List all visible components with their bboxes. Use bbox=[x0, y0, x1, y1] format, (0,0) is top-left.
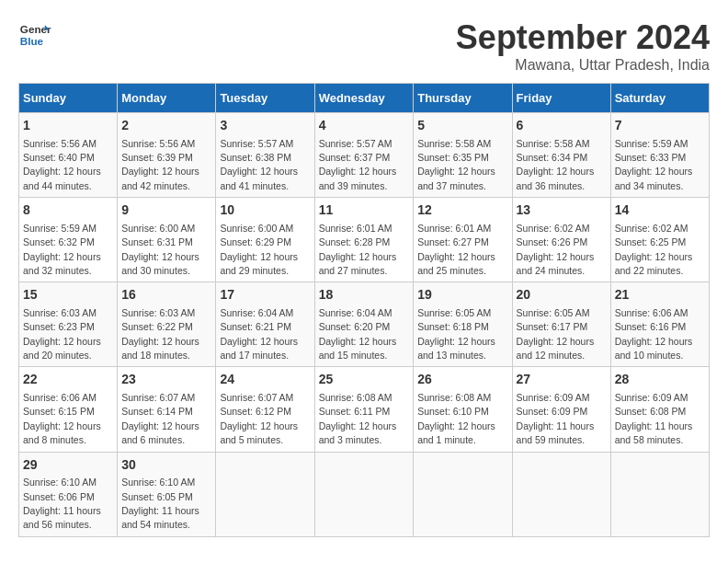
table-row: 4Sunrise: 5:57 AM Sunset: 6:37 PM Daylig… bbox=[314, 113, 414, 198]
header-friday: Friday bbox=[512, 84, 610, 113]
table-row bbox=[216, 452, 314, 536]
table-row: 12Sunrise: 6:01 AM Sunset: 6:27 PM Dayli… bbox=[414, 198, 512, 282]
table-row: 16Sunrise: 6:03 AM Sunset: 6:22 PM Dayli… bbox=[118, 282, 216, 367]
table-row: 22Sunrise: 6:06 AM Sunset: 6:15 PM Dayli… bbox=[19, 367, 118, 452]
header-saturday: Saturday bbox=[610, 84, 709, 113]
table-row: 10Sunrise: 6:00 AM Sunset: 6:29 PM Dayli… bbox=[216, 198, 314, 282]
page-header: General Blue September 2024 Mawana, Utta… bbox=[18, 18, 710, 74]
logo: General Blue bbox=[18, 18, 51, 52]
table-row: 8Sunrise: 5:59 AM Sunset: 6:32 PM Daylig… bbox=[19, 198, 118, 282]
header-thursday: Thursday bbox=[414, 84, 512, 113]
table-row: 24Sunrise: 6:07 AM Sunset: 6:12 PM Dayli… bbox=[216, 367, 314, 452]
table-row: 17Sunrise: 6:04 AM Sunset: 6:21 PM Dayli… bbox=[216, 282, 314, 367]
table-row: 3Sunrise: 5:57 AM Sunset: 6:38 PM Daylig… bbox=[216, 113, 314, 198]
table-row: 29Sunrise: 6:10 AM Sunset: 6:06 PM Dayli… bbox=[19, 452, 118, 536]
header-wednesday: Wednesday bbox=[314, 84, 414, 113]
table-row bbox=[512, 452, 610, 536]
table-row: 15Sunrise: 6:03 AM Sunset: 6:23 PM Dayli… bbox=[19, 282, 118, 367]
table-row: 18Sunrise: 6:04 AM Sunset: 6:20 PM Dayli… bbox=[314, 282, 414, 367]
table-row: 11Sunrise: 6:01 AM Sunset: 6:28 PM Dayli… bbox=[314, 198, 414, 282]
table-row: 7Sunrise: 5:59 AM Sunset: 6:33 PM Daylig… bbox=[610, 113, 709, 198]
table-row: 5Sunrise: 5:58 AM Sunset: 6:35 PM Daylig… bbox=[414, 113, 512, 198]
table-row: 19Sunrise: 6:05 AM Sunset: 6:18 PM Dayli… bbox=[414, 282, 512, 367]
calendar-header-row: Sunday Monday Tuesday Wednesday Thursday… bbox=[19, 84, 710, 113]
table-row: 6Sunrise: 5:58 AM Sunset: 6:34 PM Daylig… bbox=[512, 113, 610, 198]
table-row: 13Sunrise: 6:02 AM Sunset: 6:26 PM Dayli… bbox=[512, 198, 610, 282]
table-row: 20Sunrise: 6:05 AM Sunset: 6:17 PM Dayli… bbox=[512, 282, 610, 367]
table-row: 28Sunrise: 6:09 AM Sunset: 6:08 PM Dayli… bbox=[610, 367, 709, 452]
location-subtitle: Mawana, Uttar Pradesh, India bbox=[456, 57, 710, 74]
table-row: 27Sunrise: 6:09 AM Sunset: 6:09 PM Dayli… bbox=[512, 367, 610, 452]
table-row: 9Sunrise: 6:00 AM Sunset: 6:31 PM Daylig… bbox=[118, 198, 216, 282]
table-row: 14Sunrise: 6:02 AM Sunset: 6:25 PM Dayli… bbox=[610, 198, 709, 282]
header-tuesday: Tuesday bbox=[216, 84, 314, 113]
table-row bbox=[414, 452, 512, 536]
table-row: 26Sunrise: 6:08 AM Sunset: 6:10 PM Dayli… bbox=[414, 367, 512, 452]
table-row: 21Sunrise: 6:06 AM Sunset: 6:16 PM Dayli… bbox=[610, 282, 709, 367]
table-row: 30Sunrise: 6:10 AM Sunset: 6:05 PM Dayli… bbox=[118, 452, 216, 536]
header-monday: Monday bbox=[118, 84, 216, 113]
calendar-table: Sunday Monday Tuesday Wednesday Thursday… bbox=[18, 83, 710, 537]
table-row: 2Sunrise: 5:56 AM Sunset: 6:39 PM Daylig… bbox=[118, 113, 216, 198]
svg-text:Blue: Blue bbox=[20, 35, 44, 47]
table-row: 1Sunrise: 5:56 AM Sunset: 6:40 PM Daylig… bbox=[19, 113, 118, 198]
logo-icon: General Blue bbox=[18, 18, 51, 52]
table-row: 25Sunrise: 6:08 AM Sunset: 6:11 PM Dayli… bbox=[314, 367, 414, 452]
title-area: September 2024 Mawana, Uttar Pradesh, In… bbox=[456, 18, 710, 74]
table-row: 23Sunrise: 6:07 AM Sunset: 6:14 PM Dayli… bbox=[118, 367, 216, 452]
table-row bbox=[610, 452, 709, 536]
header-sunday: Sunday bbox=[19, 84, 118, 113]
month-title: September 2024 bbox=[456, 18, 710, 57]
table-row bbox=[314, 452, 414, 536]
